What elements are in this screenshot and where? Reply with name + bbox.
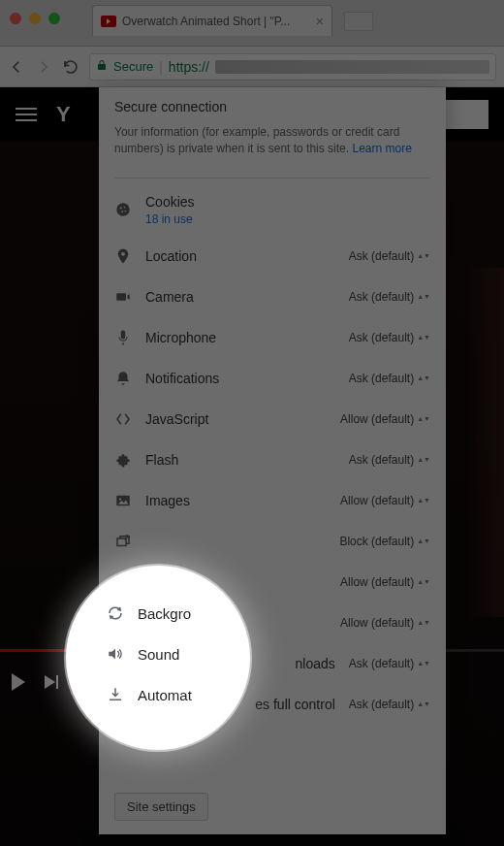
window-close-button[interactable]	[10, 13, 21, 24]
window-maximize-button[interactable]	[48, 13, 60, 24]
javascript-row[interactable]: JavaScript Allow (default)▲▼	[99, 399, 446, 439]
youtube-logo[interactable]: Y	[56, 102, 70, 127]
svg-point-4	[125, 211, 127, 212]
site-settings-button[interactable]: Site settings	[114, 793, 208, 821]
panel-description: Your information (for example, passwords…	[114, 124, 430, 158]
window-minimize-button[interactable]	[29, 13, 41, 24]
url-scheme: https://	[169, 59, 209, 75]
location-row[interactable]: Location Ask (default)▲▼	[99, 236, 446, 277]
learn-more-link[interactable]: Learn more	[352, 142, 411, 155]
images-row[interactable]: Images Allow (default)▲▼	[99, 480, 446, 521]
tab-title: Overwatch Animated Short | "P...	[122, 15, 310, 28]
secure-label: Secure	[113, 59, 153, 74]
popup-icon	[114, 533, 132, 550]
cookies-label: Cookies	[145, 194, 195, 210]
svg-point-2	[124, 207, 126, 209]
images-icon	[114, 492, 132, 509]
notification-bell-icon	[114, 370, 132, 387]
flash-puzzle-icon	[114, 451, 132, 469]
tab-close-icon[interactable]: ×	[316, 14, 324, 29]
spot-downloads-row: Automat	[66, 674, 250, 715]
play-icon[interactable]	[12, 673, 25, 691]
camera-row[interactable]: Camera Ask (default)▲▼	[99, 277, 446, 317]
address-bar[interactable]: Secure | https://	[89, 53, 496, 81]
cookie-icon	[114, 201, 132, 218]
browser-chrome: Overwatch Animated Short | "P... ×	[0, 0, 504, 47]
browser-tab[interactable]: Overwatch Animated Short | "P... ×	[92, 5, 332, 36]
youtube-favicon-icon	[101, 16, 116, 27]
cookies-row[interactable]: Cookies 18 in use	[99, 184, 446, 236]
svg-point-0	[116, 204, 130, 217]
url-blurred	[215, 60, 489, 74]
next-icon[interactable]	[45, 675, 58, 689]
javascript-icon	[114, 410, 132, 428]
player-controls	[12, 673, 58, 691]
location-icon	[114, 247, 132, 265]
permission-value[interactable]: Ask (default)▲▼	[349, 249, 430, 263]
camera-icon	[114, 288, 132, 306]
download-icon	[107, 686, 124, 703]
hamburger-menu-icon[interactable]	[16, 108, 37, 121]
back-icon[interactable]	[8, 58, 25, 76]
reload-icon[interactable]	[62, 58, 79, 76]
svg-point-1	[120, 208, 122, 210]
microphone-row[interactable]: Microphone Ask (default)▲▼	[99, 317, 446, 358]
sync-icon	[107, 604, 124, 622]
flash-row[interactable]: Flash Ask (default)▲▼	[99, 439, 446, 480]
popups-row[interactable]: Pop-ups Block (default)▲▼	[99, 521, 446, 562]
notifications-row[interactable]: Notifications Ask (default)▲▼	[99, 358, 446, 399]
svg-point-6	[119, 498, 121, 500]
panel-title: Secure connection	[114, 99, 430, 114]
lock-icon	[96, 58, 108, 75]
svg-point-3	[121, 212, 123, 213]
window-controls	[10, 13, 60, 24]
sound-icon	[107, 645, 124, 663]
spot-sound-row: Sound	[66, 634, 250, 674]
new-tab-button[interactable]	[344, 12, 373, 31]
navigation-bar: Secure | https://	[0, 47, 504, 87]
magnifier-highlight: Backgro Sound Automat	[66, 566, 250, 750]
forward-icon	[35, 58, 52, 76]
microphone-icon	[114, 329, 132, 346]
spot-bgsync-row: Backgro	[66, 593, 250, 634]
cookies-count: 18 in use	[145, 212, 195, 226]
